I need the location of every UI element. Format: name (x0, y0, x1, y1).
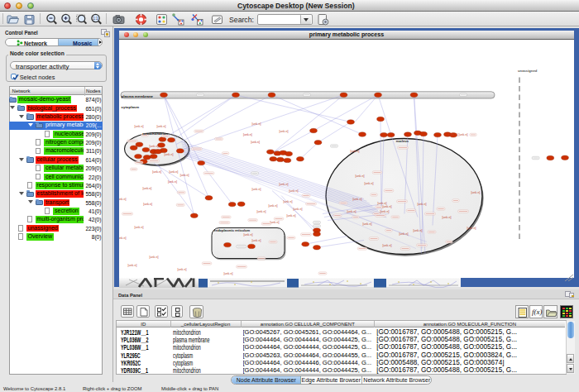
svg-text:[unk.n]: [unk.n] (269, 203, 278, 207)
svg-text:[unk.n]: [unk.n] (294, 207, 303, 210)
svg-text:[unk.n]: [unk.n] (383, 243, 392, 246)
svg-text:[unk.n]: [unk.n] (251, 141, 260, 144)
svg-text:[unk.n]: [unk.n] (284, 199, 293, 203)
svg-text:[unk.n]: [unk.n] (119, 236, 126, 239)
svg-text:[unk.n]: [unk.n] (165, 152, 174, 155)
svg-text:[unk.n]: [unk.n] (252, 238, 261, 241)
svg-text:[unk.n]: [unk.n] (290, 189, 299, 192)
svg-text:[unk.n]: [unk.n] (443, 215, 452, 218)
svg-text:[unk.n]: [unk.n] (252, 122, 261, 126)
svg-text:[unk.n]: [unk.n] (418, 202, 427, 205)
svg-text:[unk.n]: [unk.n] (135, 225, 144, 228)
svg-text:plasma membrane: plasma membrane (122, 93, 154, 98)
svg-text:[unk.n]: [unk.n] (449, 133, 458, 136)
svg-text:[unk.n]: [unk.n] (224, 271, 233, 275)
svg-text:[unk.n]: [unk.n] (471, 190, 481, 194)
svg-text:[unk.n]: [unk.n] (244, 232, 253, 236)
svg-text:[unk.n]: [unk.n] (365, 181, 374, 184)
svg-text:endoplasmic reticulum: endoplasmic reticulum (214, 227, 251, 232)
svg-text:[unk.n]: [unk.n] (142, 187, 151, 190)
svg-text:[unk.n]: [unk.n] (252, 187, 261, 190)
svg-text:[unk.n]: [unk.n] (356, 174, 365, 177)
svg-text:[unk.n]: [unk.n] (383, 204, 392, 208)
svg-text:[unk.n]: [unk.n] (157, 124, 166, 127)
svg-text:[unk.n]: [unk.n] (459, 133, 468, 136)
svg-text:[unk.n]: [unk.n] (280, 129, 289, 132)
svg-text:[unk.n]: [unk.n] (169, 170, 178, 174)
svg-text:[unk.n]: [unk.n] (257, 209, 266, 213)
svg-text:[unk.n]: [unk.n] (353, 197, 362, 200)
svg-text:[unk.n]: [unk.n] (243, 133, 252, 136)
svg-text:[unk.n]: [unk.n] (363, 222, 372, 225)
svg-text:[unk.n]: [unk.n] (180, 173, 189, 176)
svg-text:[unk.n]: [unk.n] (287, 213, 296, 217)
svg-text:[unk.n]: [unk.n] (400, 232, 409, 235)
svg-text:[unk.n]: [unk.n] (414, 228, 423, 232)
svg-text:[unk.n]: [unk.n] (380, 209, 390, 213)
svg-text:[unk.n]: [unk.n] (168, 180, 177, 184)
svg-text:[unk.n]: [unk.n] (378, 201, 387, 204)
svg-text:unassigned: unassigned (518, 68, 538, 72)
svg-text:mitochondrion: mitochondrion (142, 131, 168, 136)
svg-text:[unk.n]: [unk.n] (467, 226, 476, 229)
svg-text:[unk.n]: [unk.n] (143, 203, 152, 206)
svg-text:[unk.n]: [unk.n] (150, 144, 159, 147)
svg-text:[unk.n]: [unk.n] (351, 149, 360, 152)
svg-text:[unk.n]: [unk.n] (178, 267, 187, 270)
svg-text:cytoplasm: cytoplasm (122, 105, 140, 109)
svg-text:[unk.n]: [unk.n] (119, 197, 126, 200)
svg-text:[unk.n]: [unk.n] (152, 170, 161, 174)
svg-text:[unk.n]: [unk.n] (347, 209, 356, 213)
svg-text:[unk.n]: [unk.n] (270, 221, 280, 224)
svg-text:[unk.n]: [unk.n] (128, 263, 137, 266)
svg-text:[unk.n]: [unk.n] (135, 125, 144, 128)
svg-text:[unk.n]: [unk.n] (150, 255, 159, 258)
svg-text:nucleus: nucleus (396, 139, 409, 143)
svg-text:[unk.n]: [unk.n] (280, 182, 289, 185)
